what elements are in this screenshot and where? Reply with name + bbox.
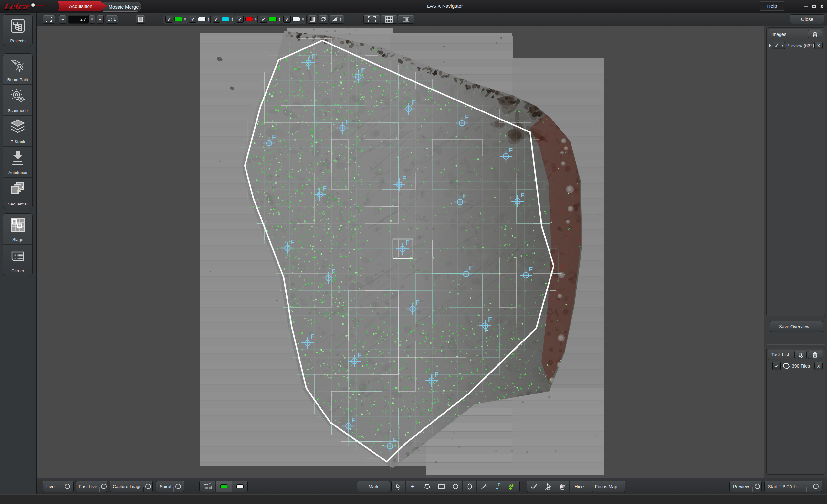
tile-grid-large-button[interactable] (381, 15, 397, 23)
focus-map-button[interactable]: Focus Map ... (592, 481, 625, 492)
image-list-item[interactable]: ✓ ▼ Preview (632) X (768, 41, 823, 50)
trash-icon (560, 483, 565, 490)
one-to-one-button[interactable]: 1 : 1 (106, 15, 118, 23)
fit-view-button[interactable] (43, 15, 55, 23)
channel-3-checkbox[interactable]: ✓ (212, 16, 220, 22)
channel-1-checkbox[interactable]: ✓ (165, 16, 173, 22)
channel-2-color-swatch[interactable] (198, 17, 206, 21)
zoom-value-field[interactable]: 5.7 (68, 15, 89, 23)
refresh-button[interactable] (319, 15, 328, 23)
channel-6-color-swatch[interactable] (292, 17, 300, 21)
fast-live-button[interactable]: Fast Live (76, 481, 107, 492)
zoom-dropdown-button[interactable]: ▼ (89, 15, 95, 23)
sidebar-item-scanmode[interactable]: Scanmode (3, 85, 32, 116)
blend-mode-button[interactable]: ▲▼ (330, 15, 344, 23)
image-item-label: Preview (632) (786, 43, 814, 48)
autofocus-point-tool[interactable]: AF (505, 481, 520, 492)
channel-1-color-swatch[interactable] (175, 17, 182, 21)
tile-grid-small-button[interactable] (398, 15, 415, 23)
image-remove-label: X (817, 43, 820, 48)
confirm-tool[interactable] (527, 481, 541, 492)
start-info: 1.5 GB 1 s (780, 485, 798, 489)
magic-wand-icon (481, 483, 487, 490)
help-button[interactable]: Help (760, 1, 784, 11)
ellipse-tool[interactable] (463, 481, 477, 492)
add-point-tool[interactable]: + (406, 481, 420, 492)
channel-6-checkbox[interactable]: ✓ (283, 16, 291, 22)
circle-tool[interactable] (448, 481, 463, 492)
image-visible-checkbox[interactable]: ✓ (773, 42, 780, 49)
polygon-tool[interactable] (420, 481, 434, 492)
channel-5-color-swatch[interactable] (269, 17, 277, 21)
display-mode-group (199, 481, 248, 492)
image-dropdown[interactable]: ▼ (780, 42, 785, 49)
stage-view[interactable] (37, 26, 764, 477)
close-view-button[interactable]: Close (790, 14, 824, 24)
channel-group-2: ✓▲▼ (187, 14, 212, 24)
rectangle-tool[interactable] (434, 481, 448, 492)
sidebar-item-projects[interactable]: Projects (3, 14, 32, 46)
gradient-lut-button[interactable] (307, 15, 317, 23)
channel-4-color-swatch[interactable] (245, 17, 253, 21)
start-button[interactable]: Start1.5 GB 1 s (764, 481, 822, 492)
delete-image-button[interactable] (808, 30, 822, 39)
task-list-item[interactable]: ✓ 390 Tiles X (768, 361, 823, 371)
channel-5-spinner[interactable]: ▲▼ (278, 17, 281, 21)
spiral-button[interactable]: Spiral (156, 481, 185, 492)
sidebar-item-autofocus[interactable]: Autofocus (3, 147, 32, 178)
capture-image-button[interactable]: Capture Image (110, 481, 153, 492)
title-bar: Leica Acquisition Mosaic Merge LAS X Nav… (0, 0, 827, 13)
channel-4-spinner[interactable]: ▲▼ (254, 17, 257, 21)
capture-indicator (145, 484, 151, 489)
hide-button[interactable]: Hide (570, 481, 589, 492)
channel-4-checkbox[interactable]: ✓ (236, 16, 244, 22)
tile-scan-canvas[interactable] (37, 26, 764, 478)
preview-button[interactable]: Preview (729, 481, 762, 492)
polygon-icon (424, 484, 430, 490)
zoom-out-button[interactable]: − (59, 15, 66, 23)
tab-mosaic-merge[interactable]: Mosaic Merge (103, 2, 141, 12)
tile-grid-large-icon (385, 16, 392, 22)
sidebar-item-sequential[interactable]: 123Sequential (3, 178, 32, 209)
magic-wand-tool[interactable] (477, 481, 491, 492)
tile-frame-button[interactable] (363, 15, 380, 23)
channel-2-spinner[interactable]: ▲▼ (207, 17, 210, 21)
select-all-tool[interactable]: ALL (541, 481, 555, 492)
channel-group-1: ✓▲▼ (163, 14, 189, 24)
delete-tool[interactable] (555, 481, 570, 492)
slider-knob[interactable] (30, 2, 36, 8)
tile-overview-toggle[interactable] (200, 481, 216, 492)
pointer-tool[interactable] (392, 481, 406, 492)
channel-3-spinner[interactable]: ▲▼ (231, 17, 234, 21)
close-window-button[interactable]: X (818, 4, 826, 9)
task-checkbox[interactable]: ✓ (772, 362, 781, 370)
white-swatch-icon (237, 484, 244, 489)
overview-button[interactable] (136, 15, 145, 23)
channel-green-toggle[interactable] (216, 481, 232, 492)
channel-2-checkbox[interactable]: ✓ (189, 16, 196, 22)
add-focus-point-tool[interactable]: F (491, 481, 505, 492)
channel-6-spinner[interactable]: ▲▼ (302, 17, 304, 21)
channel-3-color-swatch[interactable] (222, 17, 229, 21)
task-remove-button[interactable]: X (814, 362, 823, 370)
sidebar-item-carrier[interactable]: Carrier (3, 245, 32, 275)
delete-task-button[interactable] (808, 351, 822, 359)
save-overview-button[interactable]: Save Overview ... (770, 321, 823, 333)
channel-5-checkbox[interactable]: ✓ (260, 16, 267, 22)
channel-white-toggle[interactable] (232, 481, 248, 492)
maximize-button[interactable] (810, 4, 818, 9)
sidebar-item-beampath[interactable]: Beam Path (3, 54, 32, 85)
tab-acquisition[interactable]: Acquisition (58, 1, 107, 11)
blend-spinner[interactable]: ▲▼ (340, 17, 342, 21)
sidebar-item-stage[interactable]: Stage (3, 213, 32, 245)
mark-button[interactable]: Mark (357, 481, 390, 492)
autofocus-icon (9, 147, 26, 169)
clear-tasks-button[interactable] (794, 351, 807, 359)
expand-arrow-icon[interactable] (769, 44, 771, 47)
channel-1-spinner[interactable]: ▲▼ (184, 17, 186, 21)
sidebar-item-zstack[interactable]: Z-Stack (3, 116, 32, 147)
image-remove-button[interactable]: X (814, 42, 823, 49)
zoom-in-button[interactable]: + (97, 15, 104, 23)
live-button[interactable]: Live (43, 481, 74, 492)
minimize-button[interactable] (802, 4, 810, 9)
